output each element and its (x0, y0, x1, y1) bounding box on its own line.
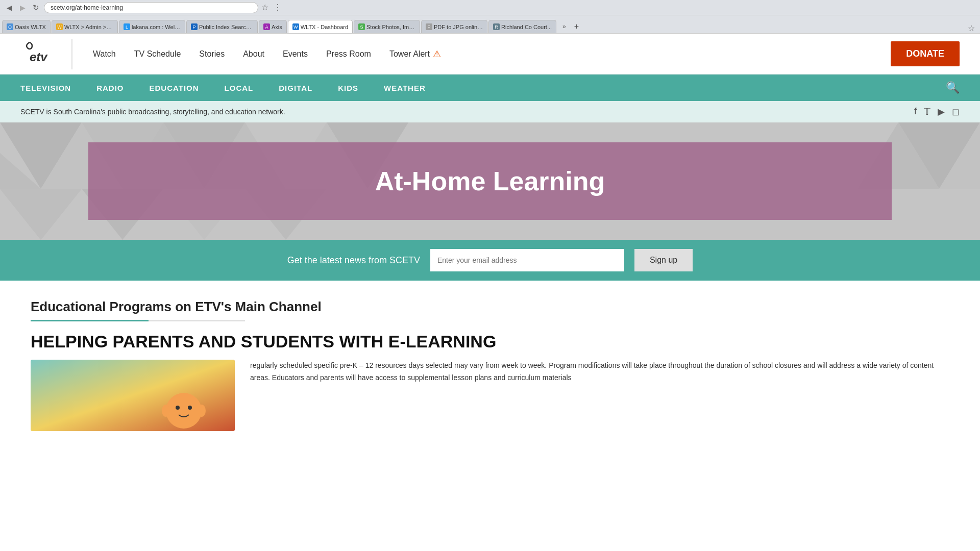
hero-title: At-Home Learning (375, 166, 605, 196)
tab-public-index[interactable]: P Public Index Search... (186, 20, 258, 33)
section-title: Educational Programs on ETV's Main Chann… (31, 299, 949, 315)
nav-stories[interactable]: Stories (199, 49, 225, 59)
search-icon[interactable]: 🔍 (946, 81, 960, 94)
tab-wltx-dashboard[interactable]: W WLTX - Dashboard (288, 20, 353, 33)
tower-alert-link[interactable]: Tower Alert ⚠ (389, 48, 441, 60)
tab-richland[interactable]: R Richland Co Court... (488, 20, 556, 33)
svg-text:etv: etv (30, 50, 48, 64)
alert-warning-icon: ⚠ (433, 48, 441, 60)
browser-reload-button[interactable]: ↻ (31, 3, 41, 13)
tab-pdf-to-jpg[interactable]: P PDF to JPG online c... (421, 20, 487, 33)
instagram-icon[interactable]: ◻ (952, 106, 960, 117)
content-area: Educational Programs on ETV's Main Chann… (0, 281, 980, 441)
youtube-icon[interactable]: ▶ (938, 106, 945, 117)
content-text-area: regularly scheduled specific pre-K – 12 … (250, 360, 949, 384)
content-lower-area: regularly scheduled specific pre-K – 12 … (31, 360, 949, 431)
email-signup-section: Get the latest news from SCETV Sign up (0, 240, 980, 281)
tab-lakana[interactable]: L lakana.com : Welco... (119, 20, 185, 33)
tab-oasis[interactable]: O Oasis WLTX (2, 20, 51, 33)
tab-stock-photos[interactable]: S Stock Photos, Imag... (354, 20, 420, 33)
address-bar[interactable]: scetv.org/at-home-learning (44, 2, 258, 13)
svg-point-22 (188, 406, 192, 410)
svg-point-24 (198, 405, 206, 417)
browser-forward-button[interactable]: ▶ (17, 3, 28, 13)
svg-point-21 (176, 406, 180, 410)
hero-section: At-Home Learning (0, 122, 980, 240)
section-divider (31, 320, 245, 321)
nav-local[interactable]: LOCAL (225, 84, 254, 92)
main-navigation: Watch TV Schedule Stories About Events P… (72, 48, 880, 60)
svg-rect-19 (31, 360, 235, 431)
nav-television[interactable]: TELEVISION (20, 84, 71, 92)
signup-label: Get the latest news from SCETV (287, 255, 420, 266)
email-input[interactable] (430, 249, 624, 271)
facebook-icon[interactable]: f (914, 106, 917, 117)
nav-watch[interactable]: Watch (93, 49, 116, 59)
site-logo[interactable]: etv (20, 39, 72, 69)
nav-tv-schedule[interactable]: TV Schedule (134, 49, 181, 59)
tower-alert-text: Tower Alert (389, 49, 430, 59)
twitter-icon[interactable]: 𝕋 (924, 106, 930, 117)
nav-digital[interactable]: DIGITAL (279, 84, 312, 92)
tab-axis[interactable]: A Axis (259, 20, 287, 33)
site-header: etv Watch TV Schedule Stories About Even… (0, 34, 980, 74)
nav-events[interactable]: Events (283, 49, 308, 59)
address-text: scetv.org/at-home-learning (51, 4, 123, 11)
browser-back-button[interactable]: ◀ (4, 3, 14, 13)
signup-button[interactable]: Sign up (634, 249, 693, 271)
new-tab-button[interactable]: + (570, 20, 583, 33)
social-icons-group: f 𝕋 ▶ ◻ (914, 106, 960, 117)
content-image (31, 360, 235, 431)
nav-about[interactable]: About (243, 49, 264, 59)
svg-point-20 (166, 393, 202, 429)
nav-kids[interactable]: KIDS (338, 84, 358, 92)
etv-logo-icon: etv (20, 40, 51, 68)
nav-education[interactable]: EDUCATION (150, 84, 199, 92)
info-text: SCETV is South Carolina's public broadca… (20, 108, 285, 116)
svg-point-23 (162, 405, 170, 417)
nav-radio[interactable]: RADIO (96, 84, 124, 92)
donate-button[interactable]: DONATE (891, 41, 960, 66)
nav-weather[interactable]: WEATHER (384, 84, 426, 92)
nav-press-room[interactable]: Press Room (326, 49, 371, 59)
svg-marker-15 (0, 189, 82, 240)
content-main-heading: HELPING PARENTS AND STUDENTS WITH E-LEAR… (31, 332, 949, 352)
hero-banner: At-Home Learning (88, 142, 892, 220)
tab-wltx-admin[interactable]: W WLTX > Admin > U... (52, 20, 118, 33)
tab-bookmark-icon[interactable]: ☆ (968, 23, 975, 33)
secondary-navigation: TELEVISION RADIO EDUCATION LOCAL DIGITAL… (0, 74, 980, 101)
browser-star-icon[interactable]: ☆ (261, 3, 268, 12)
tabs-more-button[interactable]: » (558, 20, 570, 33)
browser-menu-icon[interactable]: ⋮ (274, 3, 282, 12)
info-bar: SCETV is South Carolina's public broadca… (0, 101, 980, 122)
content-body-text: regularly scheduled specific pre-K – 12 … (250, 360, 949, 384)
content-illustration (31, 360, 235, 431)
